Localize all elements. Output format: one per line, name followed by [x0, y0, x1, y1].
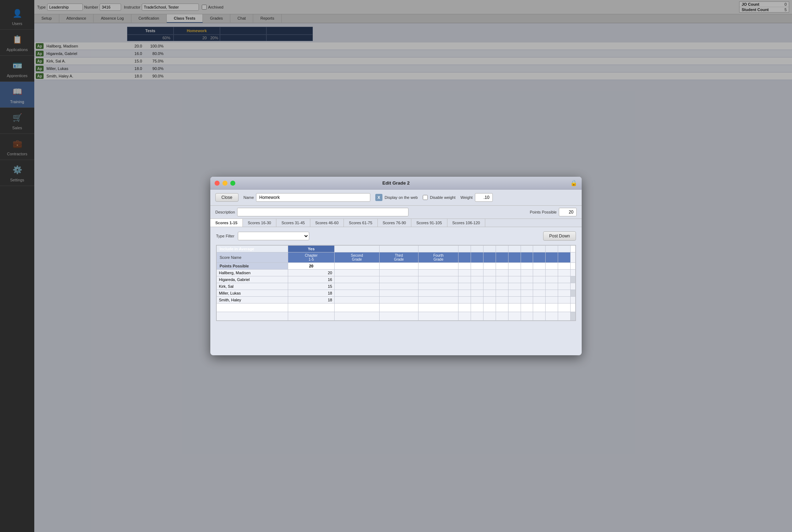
g5-e7[interactable]: [533, 297, 546, 303]
g5-e9[interactable]: [558, 297, 571, 303]
g1-e7[interactable]: [533, 270, 546, 276]
g2-e9[interactable]: [558, 276, 571, 283]
er2-1[interactable]: [288, 312, 335, 321]
grid-score-3-2[interactable]: [335, 283, 380, 290]
g3-e4[interactable]: [496, 283, 508, 290]
display-web-x-btn[interactable]: X: [375, 194, 382, 201]
g2-e5[interactable]: [508, 276, 521, 283]
score-tab-s61_75[interactable]: Scores 61-75: [344, 219, 377, 227]
grid-score-1-3[interactable]: [379, 270, 418, 276]
grid-score-4-2[interactable]: [335, 290, 380, 297]
g1-e2[interactable]: [471, 270, 483, 276]
grid-score-5-2[interactable]: [335, 297, 380, 303]
grid-score-5-1[interactable]: 18: [288, 297, 335, 303]
g3-e2[interactable]: [471, 283, 483, 290]
g3-e9[interactable]: [558, 283, 571, 290]
name-input[interactable]: [256, 193, 370, 202]
score-tab-s76_90[interactable]: Scores 76-90: [378, 219, 411, 227]
g4-e6[interactable]: [521, 290, 533, 297]
g3-e7[interactable]: [533, 283, 546, 290]
er1-8[interactable]: [496, 303, 508, 312]
g2-e3[interactable]: [483, 276, 496, 283]
grid-score-5-4[interactable]: [418, 297, 458, 303]
g2-e8[interactable]: [546, 276, 558, 283]
er2-6[interactable]: [471, 312, 483, 321]
g2-e6[interactable]: [521, 276, 533, 283]
minimize-traffic-btn[interactable]: [222, 181, 227, 186]
er1-5[interactable]: [458, 303, 471, 312]
g4-e2[interactable]: [471, 290, 483, 297]
er1-4[interactable]: [418, 303, 458, 312]
g5-e5[interactable]: [508, 297, 521, 303]
g2-e4[interactable]: [496, 276, 508, 283]
g1-e4[interactable]: [496, 270, 508, 276]
er2-11[interactable]: [533, 312, 546, 321]
g5-e8[interactable]: [546, 297, 558, 303]
score-tab-s1_15[interactable]: Scores 1-15: [210, 219, 243, 227]
g4-e9[interactable]: [558, 290, 571, 297]
grid-score-4-4[interactable]: [418, 290, 458, 297]
g3-e3[interactable]: [483, 283, 496, 290]
er1-12[interactable]: [546, 303, 558, 312]
score-tab-s31_45[interactable]: Scores 31-45: [276, 219, 310, 227]
grid-score-4-3[interactable]: [379, 290, 418, 297]
g4-e8[interactable]: [546, 290, 558, 297]
er2-8[interactable]: [496, 312, 508, 321]
grid-score-2-3[interactable]: [379, 276, 418, 283]
grid-score-1-2[interactable]: [335, 270, 380, 276]
er2-13[interactable]: [558, 312, 571, 321]
g2-e2[interactable]: [471, 276, 483, 283]
g4-e4[interactable]: [496, 290, 508, 297]
er2-4[interactable]: [418, 312, 458, 321]
g3-e8[interactable]: [546, 283, 558, 290]
er1-6[interactable]: [471, 303, 483, 312]
grid-score-2-2[interactable]: [335, 276, 380, 283]
g3-e1[interactable]: [458, 283, 471, 290]
description-input[interactable]: [237, 208, 408, 216]
grid-score-1-4[interactable]: [418, 270, 458, 276]
type-filter-select[interactable]: [238, 232, 309, 240]
grid-score-1-1[interactable]: 20: [288, 270, 335, 276]
grid-score-3-1[interactable]: 15: [288, 283, 335, 290]
g5-e6[interactable]: [521, 297, 533, 303]
grid-score-3-4[interactable]: [418, 283, 458, 290]
score-tab-s16_30[interactable]: Scores 16-30: [243, 219, 276, 227]
score-tab-s46_60[interactable]: Scores 46-60: [310, 219, 344, 227]
points-possible-input[interactable]: [559, 208, 577, 216]
close-button[interactable]: Close: [215, 193, 239, 202]
er2-9[interactable]: [508, 312, 521, 321]
er2-7[interactable]: [483, 312, 496, 321]
g3-e5[interactable]: [508, 283, 521, 290]
er1-3[interactable]: [379, 303, 418, 312]
g1-e3[interactable]: [483, 270, 496, 276]
grid-score-2-4[interactable]: [418, 276, 458, 283]
g1-e1[interactable]: [458, 270, 471, 276]
er2-12[interactable]: [546, 312, 558, 321]
g1-e6[interactable]: [521, 270, 533, 276]
g4-e7[interactable]: [533, 290, 546, 297]
g5-e4[interactable]: [496, 297, 508, 303]
close-traffic-btn[interactable]: [215, 181, 220, 186]
er1-2[interactable]: [335, 303, 380, 312]
maximize-traffic-btn[interactable]: [230, 181, 235, 186]
g1-e9[interactable]: [558, 270, 571, 276]
er1-9[interactable]: [508, 303, 521, 312]
g1-e5[interactable]: [508, 270, 521, 276]
g4-e5[interactable]: [508, 290, 521, 297]
er2-2[interactable]: [335, 312, 380, 321]
er1-7[interactable]: [483, 303, 496, 312]
grid-score-3-3[interactable]: [379, 283, 418, 290]
g1-e8[interactable]: [546, 270, 558, 276]
er2-3[interactable]: [379, 312, 418, 321]
g2-e1[interactable]: [458, 276, 471, 283]
g3-e6[interactable]: [521, 283, 533, 290]
g5-e2[interactable]: [471, 297, 483, 303]
post-down-button[interactable]: Post Down: [543, 231, 576, 241]
g4-e3[interactable]: [483, 290, 496, 297]
g5-e1[interactable]: [458, 297, 471, 303]
er1-13[interactable]: [558, 303, 571, 312]
g4-e1[interactable]: [458, 290, 471, 297]
grid-score-4-1[interactable]: 18: [288, 290, 335, 297]
er2-5[interactable]: [458, 312, 471, 321]
er1-10[interactable]: [521, 303, 533, 312]
